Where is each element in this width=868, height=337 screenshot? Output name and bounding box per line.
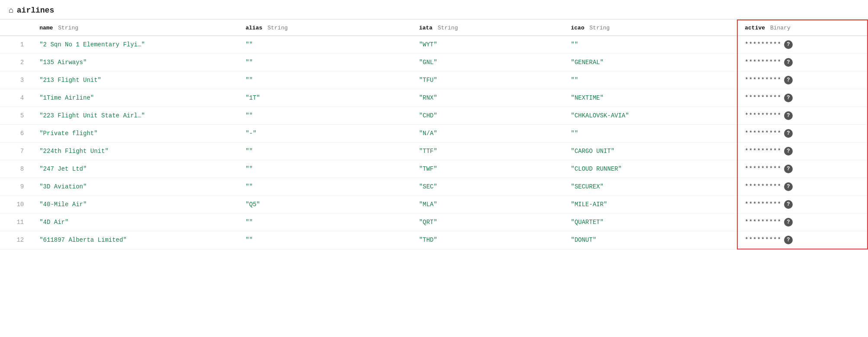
table-row: 10 "40-Mile Air" "Q5" "MLA" "MILE-AIR" *… bbox=[0, 196, 868, 214]
col-active-type: Binary bbox=[770, 25, 791, 31]
question-icon[interactable]: ? bbox=[784, 165, 793, 173]
cell-iata: "TFU" bbox=[412, 71, 564, 89]
table-row: 2 "135 Airways" "" "GNL" "GENERAL" *****… bbox=[0, 54, 868, 71]
cell-name: "1Time Airline" bbox=[32, 89, 238, 107]
cell-rownum: 1 bbox=[0, 36, 32, 54]
col-icao-type: String bbox=[589, 25, 610, 31]
cell-rownum: 6 bbox=[0, 125, 32, 143]
cell-icao: "QUARTET" bbox=[564, 214, 737, 231]
cell-name: "4D Air" bbox=[32, 214, 238, 231]
col-header-icao: icao String bbox=[564, 20, 737, 36]
cell-name: "40-Mile Air" bbox=[32, 196, 238, 214]
table-row: 9 "3D Aviation" "" "SEC" "SECUREX" *****… bbox=[0, 178, 868, 196]
cell-name: "135 Airways" bbox=[32, 54, 238, 71]
cell-iata: "CHD" bbox=[412, 107, 564, 125]
question-icon[interactable]: ? bbox=[784, 111, 793, 120]
active-cell-content: ********* ? bbox=[745, 182, 860, 191]
cell-icao: "DONUT" bbox=[564, 231, 737, 250]
question-icon[interactable]: ? bbox=[784, 40, 793, 49]
table-row: 6 "Private flight" "-" "N/A" "" ********… bbox=[0, 125, 868, 143]
cell-active: ********* ? bbox=[737, 231, 868, 250]
cell-name: "611897 Alberta Limited" bbox=[32, 231, 238, 250]
active-asterisks: ********* bbox=[745, 41, 781, 48]
cell-iata: "TTF" bbox=[412, 143, 564, 160]
active-cell-content: ********* ? bbox=[745, 111, 860, 120]
cell-icao: "GENERAL" bbox=[564, 54, 737, 71]
cell-iata: "MLA" bbox=[412, 196, 564, 214]
question-icon[interactable]: ? bbox=[784, 129, 793, 138]
cell-icao: "" bbox=[564, 36, 737, 54]
question-icon[interactable]: ? bbox=[784, 94, 793, 102]
cell-active: ********* ? bbox=[737, 178, 868, 196]
cell-rownum: 3 bbox=[0, 71, 32, 89]
question-icon[interactable]: ? bbox=[784, 147, 793, 156]
active-asterisks: ********* bbox=[745, 59, 781, 66]
cell-rownum: 4 bbox=[0, 89, 32, 107]
col-icao-label: icao bbox=[571, 25, 584, 31]
active-cell-content: ********* ? bbox=[745, 165, 860, 173]
table-name-label: airlines bbox=[17, 6, 54, 15]
cell-alias: "1T" bbox=[238, 89, 412, 107]
home-icon: ⌂ bbox=[9, 6, 13, 15]
col-name-type: String bbox=[58, 25, 78, 31]
cell-name: "Private flight" bbox=[32, 125, 238, 143]
cell-rownum: 5 bbox=[0, 107, 32, 125]
table-header-row: name String alias String iata String ica… bbox=[0, 20, 868, 36]
col-alias-type: String bbox=[267, 25, 288, 31]
table-row: 5 "223 Flight Unit State Airl…" "" "CHD"… bbox=[0, 107, 868, 125]
active-cell-content: ********* ? bbox=[745, 147, 860, 156]
active-asterisks: ********* bbox=[745, 237, 781, 243]
active-asterisks: ********* bbox=[745, 165, 781, 172]
table-title: ⌂ airlines bbox=[0, 0, 868, 19]
question-icon[interactable]: ? bbox=[784, 182, 793, 191]
page-container: ⌂ airlines name String alias String iata… bbox=[0, 0, 868, 337]
cell-alias: "" bbox=[238, 231, 412, 250]
question-icon[interactable]: ? bbox=[784, 58, 793, 67]
table-row: 1 "2 Sqn No 1 Elementary Flyi…" "" "WYT"… bbox=[0, 36, 868, 54]
cell-iata: "QRT" bbox=[412, 214, 564, 231]
cell-iata: "GNL" bbox=[412, 54, 564, 71]
cell-iata: "TWF" bbox=[412, 160, 564, 178]
col-active-label: active bbox=[745, 25, 765, 31]
col-header-active: active Binary bbox=[737, 20, 868, 36]
active-cell-content: ********* ? bbox=[745, 94, 860, 102]
cell-rownum: 11 bbox=[0, 214, 32, 231]
airlines-table: name String alias String iata String ica… bbox=[0, 19, 868, 250]
cell-alias: "" bbox=[238, 107, 412, 125]
cell-icao: "CARGO UNIT" bbox=[564, 143, 737, 160]
cell-icao: "" bbox=[564, 71, 737, 89]
cell-alias: "" bbox=[238, 71, 412, 89]
cell-rownum: 12 bbox=[0, 231, 32, 250]
cell-active: ********* ? bbox=[737, 143, 868, 160]
question-icon[interactable]: ? bbox=[784, 218, 793, 227]
col-alias-label: alias bbox=[245, 25, 262, 31]
col-header-alias: alias String bbox=[238, 20, 412, 36]
active-cell-content: ********* ? bbox=[745, 218, 860, 227]
question-icon[interactable]: ? bbox=[784, 200, 793, 209]
active-asterisks: ********* bbox=[745, 94, 781, 101]
col-iata-type: String bbox=[437, 25, 458, 31]
active-asterisks: ********* bbox=[745, 219, 781, 226]
cell-rownum: 2 bbox=[0, 54, 32, 71]
cell-name: "2 Sqn No 1 Elementary Flyi…" bbox=[32, 36, 238, 54]
active-asterisks: ********* bbox=[745, 77, 781, 84]
cell-active: ********* ? bbox=[737, 196, 868, 214]
active-cell-content: ********* ? bbox=[745, 40, 860, 49]
table-row: 12 "611897 Alberta Limited" "" "THD" "DO… bbox=[0, 231, 868, 250]
cell-icao: "NEXTIME" bbox=[564, 89, 737, 107]
cell-icao: "" bbox=[564, 125, 737, 143]
cell-active: ********* ? bbox=[737, 125, 868, 143]
question-icon[interactable]: ? bbox=[784, 76, 793, 84]
active-cell-content: ********* ? bbox=[745, 58, 860, 67]
col-header-rownum bbox=[0, 20, 32, 36]
active-cell-content: ********* ? bbox=[745, 236, 860, 244]
cell-active: ********* ? bbox=[737, 54, 868, 71]
cell-alias: "" bbox=[238, 143, 412, 160]
active-cell-content: ********* ? bbox=[745, 76, 860, 84]
cell-rownum: 7 bbox=[0, 143, 32, 160]
cell-icao: "CLOUD RUNNER" bbox=[564, 160, 737, 178]
cell-iata: "RNX" bbox=[412, 89, 564, 107]
cell-iata: "SEC" bbox=[412, 178, 564, 196]
question-icon[interactable]: ? bbox=[784, 236, 793, 244]
cell-name: "247 Jet Ltd" bbox=[32, 160, 238, 178]
